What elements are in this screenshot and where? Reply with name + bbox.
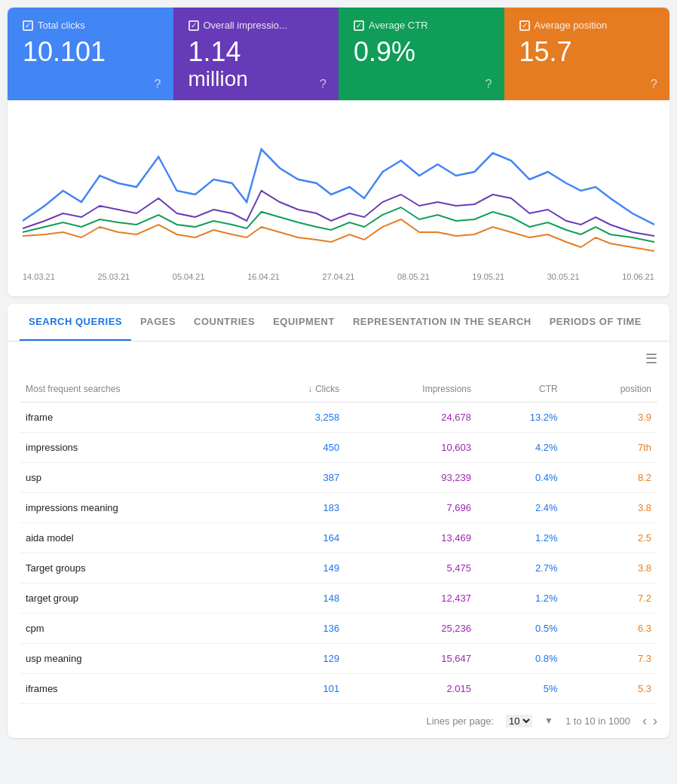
cell-query-8: usp meaning — [20, 643, 250, 673]
filter-row: ☰ — [20, 341, 657, 376]
cell-impressions-6: 12,437 — [345, 583, 477, 613]
cell-impressions-1: 10,603 — [345, 432, 477, 462]
metrics-row: Total clicks 10.101 ? Overall impressio.… — [8, 8, 669, 100]
cell-clicks-8: 129 — [250, 643, 345, 673]
cell-impressions-7: 25,236 — [345, 613, 477, 643]
cell-ctr-7: 0.5% — [477, 613, 564, 643]
table-row: usp meaning 129 15,647 0.8% 7.3 — [20, 643, 657, 673]
table-row: impressions meaning 183 7,696 2.4% 3.8 — [20, 492, 657, 522]
chart-date-3: 16.04.21 — [247, 272, 280, 281]
metric-title-clicks: Total clicks — [38, 20, 85, 31]
pagination-nav: ‹ › — [642, 713, 657, 729]
cell-query-6: target group — [20, 583, 250, 613]
metric-title-impressions: Overall impressio... — [204, 20, 287, 31]
cell-impressions-9: 2.015 — [345, 673, 477, 703]
cell-query-2: usp — [20, 462, 250, 492]
metric-header-impressions: Overall impressio... — [188, 20, 324, 31]
cell-ctr-9: 5% — [477, 673, 564, 703]
metric-help-impressions[interactable]: ? — [320, 78, 326, 91]
tabs-container: SEARCH QUERIES PAGES COUNTRIES EQUIPMENT… — [8, 304, 669, 738]
metric-value-impressions: 1.14 — [188, 37, 324, 67]
cell-clicks-9: 101 — [250, 673, 345, 703]
cell-query-0: iframe — [20, 402, 250, 432]
cell-clicks-5: 149 — [250, 553, 345, 583]
pagination-next-button[interactable]: › — [653, 713, 657, 729]
metric-help-clicks[interactable]: ? — [155, 78, 161, 91]
cell-clicks-6: 148 — [250, 583, 345, 613]
metric-card-clicks: Total clicks 10.101 ? — [8, 8, 173, 100]
cell-query-1: impressions — [20, 432, 250, 462]
metric-card-ctr: Average CTR 0.9% ? — [338, 8, 504, 100]
metric-card-impressions: Overall impressio... 1.14 million ? — [173, 8, 339, 100]
chart-date-5: 08.05.21 — [397, 272, 430, 281]
chart-date-6: 19.05.21 — [472, 272, 504, 281]
metric-subvalue-impressions: million — [188, 67, 324, 91]
cell-clicks-7: 136 — [250, 613, 345, 643]
metric-title-ctr: Average CTR — [369, 20, 428, 31]
cell-impressions-4: 13,469 — [345, 522, 477, 553]
metric-checkbox-clicks[interactable] — [23, 20, 33, 31]
cell-clicks-1: 450 — [250, 432, 345, 462]
metric-value-ctr: 0.9% — [354, 37, 489, 67]
metric-header-position: Average position — [519, 20, 655, 31]
metric-checkbox-impressions[interactable] — [188, 20, 199, 31]
cell-position-6: 7.2 — [564, 583, 657, 613]
cell-impressions-2: 93,239 — [345, 462, 477, 492]
tab-periods[interactable]: PERIODS OF TIME — [541, 304, 651, 341]
cell-position-1: 7th — [564, 432, 657, 462]
table-row: aida model 164 13,469 1.2% 2.5 — [20, 522, 657, 553]
metric-help-position[interactable]: ? — [651, 78, 657, 91]
tab-pages[interactable]: PAGES — [131, 304, 185, 341]
cell-query-3: impressions meaning — [20, 492, 250, 522]
cell-impressions-8: 15,647 — [345, 643, 477, 673]
chart-svg — [23, 115, 654, 266]
col-header-position: position — [564, 376, 657, 403]
cell-query-5: Target groups — [20, 553, 250, 583]
lines-per-page-select[interactable]: 10 25 50 — [506, 715, 532, 727]
col-header-clicks[interactable]: ↓ Clicks — [250, 376, 345, 403]
cell-ctr-6: 1.2% — [477, 583, 564, 613]
tab-countries[interactable]: COUNTRIES — [185, 304, 264, 341]
cell-clicks-3: 183 — [250, 492, 345, 522]
lines-per-page-label: Lines per page: — [426, 715, 494, 727]
chart-date-0: 14.03.21 — [23, 272, 55, 281]
metric-checkbox-position[interactable] — [519, 20, 530, 31]
tab-search-queries[interactable]: SEARCH QUERIES — [20, 304, 131, 341]
cell-clicks-2: 387 — [250, 462, 345, 492]
metric-card-position: Average position 15.7 ? — [504, 8, 670, 100]
metric-value-position: 15.7 — [519, 37, 655, 67]
cell-clicks-0: 3,258 — [250, 402, 345, 432]
cell-ctr-8: 0.8% — [477, 643, 564, 673]
table-row: impressions 450 10,603 4.2% 7th — [20, 432, 657, 462]
pagination-prev-button[interactable]: ‹ — [642, 713, 647, 729]
col-header-impressions: Impressions — [345, 376, 477, 403]
cell-position-4: 2.5 — [564, 522, 657, 553]
cell-ctr-4: 1.2% — [477, 522, 564, 553]
cell-impressions-3: 7,696 — [345, 492, 477, 522]
col-header-ctr: CTR — [477, 376, 564, 403]
tab-equipment[interactable]: EQUIPMENT — [264, 304, 344, 341]
tab-representation[interactable]: REPRESENTATION IN THE SEARCH — [344, 304, 541, 341]
cell-position-9: 5.3 — [564, 673, 657, 703]
pagination-row: Lines per page: 10 25 50 ▼ 1 to 10 in 10… — [20, 704, 657, 738]
metric-help-ctr[interactable]: ? — [486, 78, 492, 91]
cell-impressions-0: 24,678 — [345, 402, 477, 432]
metric-checkbox-ctr[interactable] — [354, 20, 364, 31]
tabs-row: SEARCH QUERIES PAGES COUNTRIES EQUIPMENT… — [8, 304, 669, 341]
cell-impressions-5: 5,475 — [345, 553, 477, 583]
cell-ctr-1: 4.2% — [477, 432, 564, 462]
metric-value-clicks: 10.101 — [23, 37, 158, 67]
cell-position-3: 3.8 — [564, 492, 657, 522]
filter-icon[interactable]: ☰ — [645, 351, 657, 367]
cell-position-2: 8.2 — [564, 462, 657, 492]
chart-dates: 14.03.21 25.03.21 05.04.21 16.04.21 27.0… — [23, 269, 654, 289]
cell-position-8: 7.3 — [564, 643, 657, 673]
cell-ctr-2: 0.4% — [477, 462, 564, 492]
metric-title-position: Average position — [535, 20, 608, 31]
cell-clicks-4: 164 — [250, 522, 345, 553]
cell-query-4: aida model — [20, 522, 250, 553]
table-row: iframes 101 2.015 5% 5.3 — [20, 673, 657, 703]
chevron-down-icon: ▼ — [544, 715, 553, 726]
cell-query-9: iframes — [20, 673, 250, 703]
cell-query-7: cpm — [20, 613, 250, 643]
